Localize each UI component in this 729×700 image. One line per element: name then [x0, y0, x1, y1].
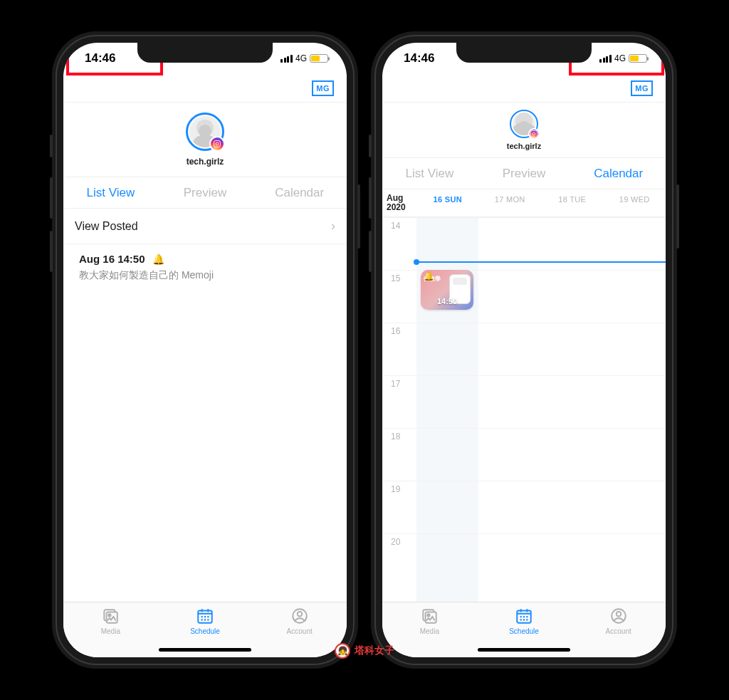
hour-17: 17 [382, 376, 416, 428]
header: MG [382, 74, 666, 103]
view-posted-row[interactable]: View Posted › [63, 209, 347, 244]
hour-16: 16 [382, 323, 416, 375]
calendar-month: Aug 2020 [382, 189, 416, 216]
content-list: View Posted › Aug 16 14:50 🔔 教大家如何製造自己的 … [63, 209, 347, 602]
avatar[interactable] [186, 113, 224, 151]
mg-badge[interactable]: MG [631, 80, 653, 96]
calendar-grid[interactable]: 14 15 16 17 18 19 20 🔔 作教學 14:50 [382, 217, 666, 602]
phone-left: 14:46 4G MG tech.girlz List View Preview… [52, 31, 358, 669]
view-posted-label: View Posted [75, 220, 138, 233]
tab-preview[interactable]: Preview [477, 158, 572, 189]
bell-icon: 🔔 [152, 254, 164, 265]
status-time: 14:46 [404, 51, 434, 66]
tab-list-view[interactable]: List View [63, 177, 158, 208]
svg-point-1 [216, 142, 219, 145]
svg-rect-4 [107, 612, 117, 623]
cal-day-19[interactable]: 19 WED [604, 189, 666, 216]
view-tabs: List View Preview Calendar [382, 158, 666, 189]
cal-day-17[interactable]: 17 MON [479, 189, 542, 216]
mg-badge[interactable]: MG [312, 80, 334, 96]
bell-icon: 🔔 [424, 271, 434, 281]
network-label: 4G [614, 53, 626, 63]
event-time: 14:50 [421, 297, 473, 305]
hour-15: 15 [382, 271, 416, 323]
post-date: Aug 16 14:50 [79, 253, 145, 265]
avatar[interactable] [510, 110, 538, 138]
status-time: 14:46 [85, 51, 115, 66]
nav-account[interactable]: Account [571, 607, 666, 657]
svg-rect-9 [531, 131, 537, 137]
battery-icon [629, 54, 647, 63]
nav-account[interactable]: Account [252, 607, 347, 657]
home-indicator[interactable] [159, 648, 251, 652]
now-indicator [416, 261, 666, 263]
calendar-header: Aug 2020 16 SUN 17 MON 18 TUE 19 WED [382, 189, 666, 217]
battery-icon [310, 54, 328, 63]
chevron-right-icon: › [331, 219, 335, 234]
svg-rect-12 [426, 612, 436, 623]
svg-rect-0 [214, 141, 221, 147]
nav-schedule-label: Schedule [190, 627, 220, 635]
phone-right: 14:46 4G MG tech.girlz List View Preview… [371, 31, 677, 669]
profile-username: tech.girlz [507, 142, 541, 150]
cal-day-18[interactable]: 18 TUE [541, 189, 604, 216]
tab-list-view[interactable]: List View [382, 158, 477, 189]
instagram-icon [528, 128, 540, 140]
nav-media-label: Media [420, 627, 439, 635]
svg-point-2 [219, 142, 219, 142]
signal-icon [599, 55, 612, 63]
nav-schedule-label: Schedule [509, 627, 539, 635]
network-label: 4G [295, 53, 307, 63]
nav-media-label: Media [101, 627, 120, 635]
svg-point-10 [533, 132, 535, 135]
home-indicator[interactable] [478, 648, 570, 652]
svg-point-13 [428, 614, 430, 616]
svg-point-8 [297, 612, 302, 617]
cal-day-16[interactable]: 16 SUN [416, 189, 479, 216]
hour-14: 14 [382, 218, 416, 270]
content-calendar[interactable]: Aug 2020 16 SUN 17 MON 18 TUE 19 WED 14 … [382, 189, 666, 602]
profile-username: tech.girlz [187, 157, 224, 167]
post-caption: 教大家如何製造自己的 Memoji [79, 269, 331, 282]
profile-area: tech.girlz [382, 103, 666, 158]
nav-account-label: Account [287, 627, 313, 635]
scheduled-post[interactable]: Aug 16 14:50 🔔 教大家如何製造自己的 Memoji [63, 244, 347, 291]
hour-18: 18 [382, 429, 416, 481]
scheduled-event[interactable]: 🔔 作教學 14:50 [421, 270, 473, 310]
signal-icon [280, 55, 293, 63]
profile-area: tech.girlz [63, 103, 347, 177]
header: MG [63, 74, 347, 103]
nav-account-label: Account [606, 627, 631, 635]
tab-calendar[interactable]: Calendar [252, 177, 347, 208]
nav-media[interactable]: Media [63, 607, 158, 657]
svg-point-16 [616, 612, 621, 617]
svg-point-5 [109, 614, 111, 616]
instagram-icon [209, 136, 225, 152]
hour-19: 19 [382, 481, 416, 533]
nav-media[interactable]: Media [382, 607, 477, 657]
tab-calendar[interactable]: Calendar [571, 158, 666, 189]
view-tabs: List View Preview Calendar [63, 177, 347, 209]
tab-preview[interactable]: Preview [158, 177, 253, 208]
hour-20: 20 [382, 534, 416, 586]
